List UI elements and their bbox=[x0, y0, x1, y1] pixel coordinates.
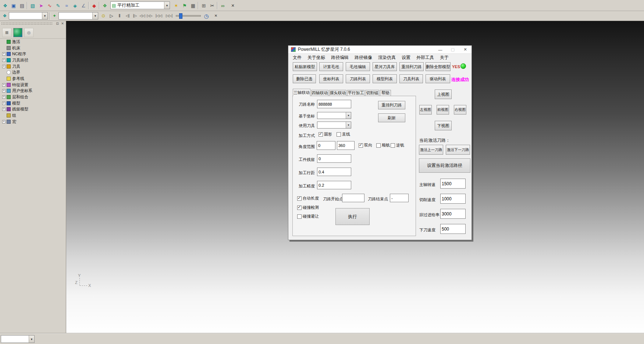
tree-item-patterns[interactable]: 参考线 bbox=[1, 76, 65, 82]
chevron-down-icon[interactable]: ▾ bbox=[346, 122, 351, 128]
chevron-down-icon[interactable]: ▾ bbox=[346, 112, 351, 119]
expand-icon[interactable]: + bbox=[2, 120, 6, 123]
compute-block-button[interactable]: 计算毛坯 bbox=[319, 62, 343, 71]
layers-icon[interactable]: ❖ bbox=[1, 1, 9, 10]
set-active-path-button[interactable]: 设置当前激活路径 bbox=[419, 158, 470, 173]
tool-list-button[interactable]: 刀具列表 bbox=[399, 74, 423, 83]
toolbar-close-button[interactable]: ✕ bbox=[229, 1, 237, 10]
jump-start-button[interactable]: |◁◁ bbox=[154, 12, 164, 20]
view-left-button[interactable]: 左视图 bbox=[419, 105, 432, 115]
transform-icon[interactable]: ➤ bbox=[37, 1, 45, 10]
layers-icon[interactable]: ❖ bbox=[1, 12, 8, 20]
clamp-icon[interactable]: ⊞ bbox=[200, 1, 208, 10]
expand-icon[interactable]: + bbox=[2, 83, 6, 87]
menu-settings[interactable]: 设置 bbox=[399, 54, 413, 62]
view-right-button[interactable]: 右视图 bbox=[454, 105, 466, 115]
tab-swivel[interactable]: 摆头联动 bbox=[329, 90, 346, 96]
tab-help[interactable]: 帮助 bbox=[380, 90, 391, 96]
mode-circle-checkbox[interactable]: 圆形 bbox=[319, 131, 332, 137]
collision-check-checkbox[interactable]: 碰撞检测 bbox=[297, 205, 319, 210]
maximize-button[interactable]: ▢ bbox=[446, 46, 459, 53]
tab-3axis[interactable]: 三轴联动 bbox=[293, 89, 310, 96]
rearrange-button[interactable]: 重排列刀路 bbox=[378, 101, 405, 109]
step-back-button[interactable]: ◁| bbox=[124, 12, 131, 20]
tree-item-feature-sets[interactable]: +特征设置 bbox=[1, 82, 65, 88]
menu-coords[interactable]: 关于坐标 bbox=[305, 54, 328, 62]
close-button[interactable]: ✕ bbox=[459, 46, 472, 53]
execute-button[interactable]: 执行 bbox=[335, 208, 370, 225]
star-tool-icon[interactable]: ✶ bbox=[172, 1, 180, 10]
toolpath-preset-combo[interactable]: ▤ 平行精加工 ▾ bbox=[110, 1, 170, 9]
menu-file[interactable]: 文件 bbox=[290, 54, 305, 62]
paste-new-model-button[interactable]: 粘贴新模型 bbox=[293, 62, 317, 71]
tool-icon[interactable]: ✦ bbox=[51, 12, 58, 20]
climb-mill-checkbox[interactable]: 顺铣 bbox=[376, 143, 390, 148]
user-macro-icon[interactable]: ◆ bbox=[90, 1, 98, 10]
block-edit-button[interactable]: 毛坯编辑 bbox=[346, 62, 370, 71]
spindle-speed-input[interactable] bbox=[440, 179, 466, 189]
ghost-icon[interactable]: ☻ bbox=[24, 28, 33, 37]
tolerance-input[interactable] bbox=[317, 181, 351, 189]
tree-item-workplanes[interactable]: +用户坐标系 bbox=[1, 88, 65, 94]
expand-icon[interactable]: + bbox=[2, 102, 6, 105]
binoculars-icon[interactable]: ∞ bbox=[219, 1, 227, 10]
tool-select[interactable]: ▾ bbox=[317, 122, 351, 129]
pencil-icon[interactable]: ✎ bbox=[54, 1, 62, 10]
model-list-button[interactable]: 模型列表 bbox=[373, 74, 397, 83]
sim-toolpath-combo[interactable]: ▾ bbox=[9, 12, 48, 20]
dock-icon[interactable]: ⊡ bbox=[55, 21, 60, 26]
jump-end-button[interactable]: ▷▷| bbox=[164, 12, 174, 20]
toolpath-icon[interactable]: ∿ bbox=[46, 1, 54, 10]
diamond-icon[interactable]: ◈ bbox=[71, 1, 79, 10]
tree-item-nc-programs[interactable]: +NC程序 bbox=[1, 51, 65, 57]
expand-icon[interactable]: + bbox=[2, 89, 6, 92]
view-top-button[interactable]: 上视图 bbox=[435, 89, 452, 99]
calculator-icon[interactable]: ▦ bbox=[189, 1, 197, 10]
flag-icon[interactable]: ⚑ bbox=[181, 1, 189, 10]
refresh-button[interactable]: 刷新 bbox=[378, 113, 405, 122]
start-point-input[interactable] bbox=[342, 194, 364, 202]
coord-list-button[interactable]: 坐标列表 bbox=[319, 74, 343, 83]
activate-prev-toolpath-button[interactable]: 激活上一刀路 bbox=[419, 145, 443, 155]
statusbar-combo[interactable]: ▾ bbox=[1, 335, 35, 343]
menu-render-sim[interactable]: 渲染仿真 bbox=[375, 54, 399, 62]
tree-item-activate[interactable]: 激活 bbox=[1, 39, 65, 45]
end-point-input[interactable] bbox=[390, 194, 409, 202]
play-button[interactable]: ▷ bbox=[108, 12, 115, 20]
collision-avoid-checkbox[interactable]: 碰撞避让 bbox=[297, 214, 319, 219]
expand-icon[interactable]: + bbox=[2, 108, 6, 111]
toolbar-close-button[interactable]: ✕ bbox=[212, 12, 220, 20]
chevron-down-icon[interactable]: ▾ bbox=[164, 2, 170, 9]
chevron-down-icon[interactable]: ▾ bbox=[42, 13, 47, 19]
skim-feed-input[interactable] bbox=[440, 209, 466, 219]
sim-tool-combo[interactable]: ▾ bbox=[58, 12, 98, 20]
angle-to-input[interactable] bbox=[337, 141, 355, 150]
panel-grip[interactable] bbox=[1, 24, 53, 25]
globe-icon[interactable] bbox=[13, 28, 22, 37]
lightbulb-icon[interactable]: ⊙ bbox=[100, 12, 107, 20]
fast-forward-button[interactable]: ▷▷ bbox=[146, 12, 153, 20]
mode-line-checkbox[interactable]: 直线 bbox=[337, 131, 350, 137]
menu-path-mirror[interactable]: 路径镜像 bbox=[352, 54, 375, 62]
toolpath-name-input[interactable] bbox=[317, 100, 351, 108]
expand-icon[interactable]: + bbox=[2, 59, 6, 62]
tab-parallel[interactable]: 平行加工 bbox=[347, 90, 364, 96]
tree-item-groups[interactable]: 组 bbox=[1, 112, 65, 119]
tree-item-boundaries[interactable]: 边界 bbox=[1, 69, 65, 76]
slider-handle[interactable] bbox=[179, 13, 182, 19]
delete-all-models-button[interactable]: 删除全部模型 bbox=[426, 62, 451, 71]
scissors-icon[interactable]: ✂ bbox=[208, 1, 216, 10]
angle-from-input[interactable] bbox=[317, 141, 335, 150]
expand-icon[interactable]: + bbox=[2, 65, 6, 68]
base-coord-select[interactable]: ▾ bbox=[317, 112, 351, 119]
chevron-down-icon[interactable]: ▾ bbox=[29, 336, 34, 343]
tree-item-models[interactable]: +模型 bbox=[1, 100, 65, 106]
tree-item-tools[interactable]: +刀具 bbox=[1, 63, 65, 70]
menu-about[interactable]: 关于 bbox=[437, 54, 452, 62]
clock-icon[interactable]: ◷ bbox=[203, 12, 210, 20]
pause-button[interactable]: ‖ bbox=[116, 12, 123, 20]
menu-path-edit[interactable]: 路径编辑 bbox=[328, 54, 352, 62]
dialog-titlebar[interactable]: PowerMILL 忆梦星河 7.0.6 — ▢ ✕ bbox=[288, 46, 472, 54]
tree-item-toolpaths[interactable]: +刀具路径 bbox=[1, 57, 65, 63]
tool-library-button[interactable]: 星河刀具库 bbox=[373, 62, 397, 71]
